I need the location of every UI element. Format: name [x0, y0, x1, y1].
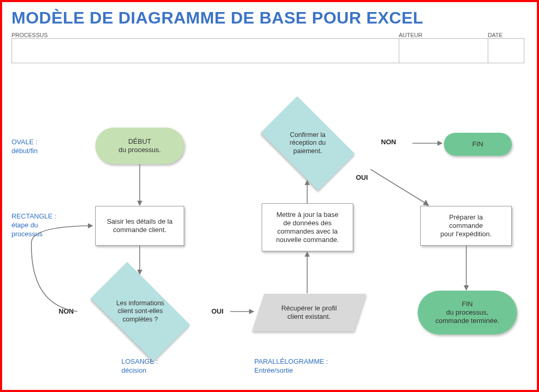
node-fin-big-text: FIN du processus, commande terminée.	[418, 291, 517, 335]
page-title: MODÈLE DE DIAGRAMME DE BASE POUR EXCEL	[12, 8, 527, 28]
node-info-complete: Les informations client sont-elles compl…	[77, 275, 203, 348]
input-processus[interactable]	[12, 38, 399, 63]
label-non-2: NON	[381, 138, 396, 146]
document-frame: MODÈLE DE DIAGRAMME DE BASE POUR EXCEL P…	[0, 0, 539, 392]
node-prepare-ship: Préparer la commande pour l'expédition.	[420, 206, 512, 246]
node-start-text: DÉBUT du processus.	[95, 128, 184, 164]
node-fin-big: FIN du processus, commande terminée.	[418, 291, 517, 335]
svg-marker-16	[464, 285, 469, 291]
node-fin-small-text: FIN	[444, 133, 512, 156]
svg-marker-6	[249, 309, 254, 314]
arrow-confirm-no-to-fin	[412, 140, 443, 148]
arrow-start-to-details	[137, 164, 148, 206]
input-auteur[interactable]	[399, 38, 488, 63]
node-confirm-payment-text: Confirmer la réception du paiement.	[250, 107, 365, 180]
node-info-complete-text: Les informations client sont-elles compl…	[77, 275, 203, 348]
flowchart-canvas: OVALE : début/fin RECTANGLE : étape du p…	[4, 86, 535, 388]
header-label-auteur: AUTEUR	[399, 32, 488, 38]
arrow-update-to-confirm	[305, 180, 315, 203]
label-oui-2: OUI	[356, 174, 368, 181]
svg-marker-12	[437, 141, 443, 146]
header-label-processus: PROCESSUS	[12, 32, 399, 38]
input-date[interactable]	[488, 38, 524, 63]
arrow-details-to-decision	[137, 246, 148, 275]
node-fetch-profile-text: Récupérer le profil client existant.	[258, 294, 360, 331]
legend-parallelogramme: PARALLÉLOGRAMME : Entrée/sortie	[254, 358, 328, 375]
svg-line-13	[370, 169, 425, 203]
svg-marker-1	[137, 201, 142, 206]
svg-marker-10	[305, 180, 310, 185]
node-start: DÉBUT du processus.	[95, 128, 184, 164]
arrow-decision-yes-to-fetch	[230, 308, 254, 317]
arrow-decision-no-loop	[25, 222, 88, 316]
svg-marker-3	[137, 270, 142, 275]
svg-marker-14	[423, 200, 429, 206]
node-enter-details: Saisir les détails de la commande client…	[95, 206, 184, 246]
node-fetch-profile: Récupérer le profil client existant.	[252, 294, 366, 331]
node-update-db: Mettre à jour la base de données des com…	[262, 203, 353, 251]
legend-ovale: OVALE : début/fin	[12, 138, 38, 156]
label-oui-1: OUI	[211, 307, 223, 315]
svg-marker-8	[305, 251, 310, 257]
node-confirm-payment: Confirmer la réception du paiement.	[250, 107, 365, 180]
node-fin-small: FIN	[444, 133, 512, 156]
svg-marker-4	[88, 223, 93, 228]
header-label-row: PROCESSUS AUTEUR DATE	[12, 32, 527, 38]
node-update-db-text: Mettre à jour la base de données des com…	[262, 204, 353, 251]
arrow-confirm-yes-to-prepare	[370, 169, 433, 211]
header-label-date: DATE	[488, 32, 524, 38]
node-prepare-ship-text: Préparer la commande pour l'expédition.	[421, 206, 511, 245]
header-input-row	[12, 38, 527, 63]
node-enter-details-text: Saisir les détails de la commande client…	[96, 206, 184, 245]
arrow-fetch-to-update	[305, 251, 315, 293]
arrow-prepare-to-fin	[464, 246, 474, 291]
